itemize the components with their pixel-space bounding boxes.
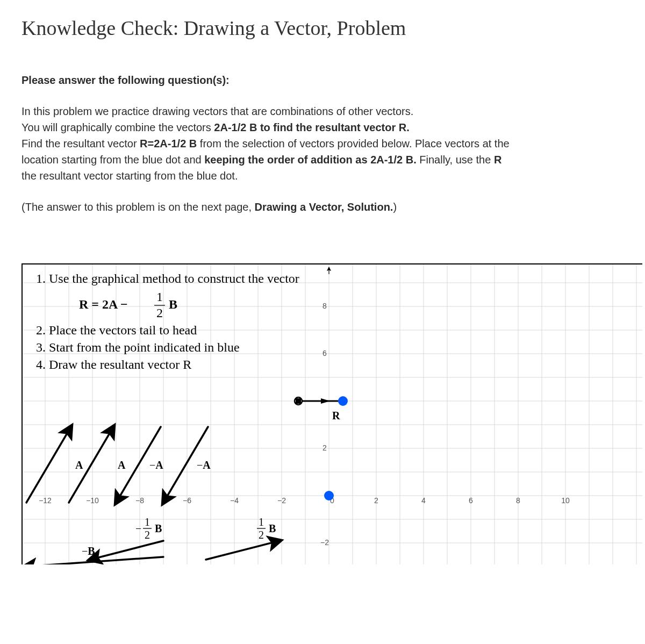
instructions: Please answer the following question(s):… [22, 72, 645, 215]
x-tick: 2 [374, 496, 378, 505]
x-tick: −8 [135, 496, 144, 505]
lead-text: Please answer the following question(s): [22, 72, 645, 88]
label-minus-half-b: − 1 2 B [135, 516, 162, 541]
x-tick: 4 [421, 496, 426, 505]
svg-text:B: B [155, 523, 162, 534]
svg-text:B: B [269, 523, 276, 534]
r-tool[interactable]: R [295, 396, 348, 421]
instr-line: You will graphically combine the vectors… [22, 119, 645, 135]
instr-line: Find the resultant vector R=2A-1/2 B fro… [22, 135, 645, 152]
vector-label: A [75, 459, 83, 471]
x-tick: 6 [469, 496, 473, 505]
step-3: 3. Start from the point indicated in blu… [36, 340, 240, 354]
svg-text:1: 1 [259, 516, 264, 528]
start-dot[interactable] [324, 491, 334, 500]
svg-text:2: 2 [156, 306, 163, 320]
vector-half-b[interactable] [206, 541, 280, 560]
x-tick: 8 [516, 496, 520, 505]
equation: R = 2A − 1 2 B [79, 290, 177, 320]
instr-followup: (The answer to this problem is on the ne… [22, 199, 645, 215]
svg-rect-45 [296, 398, 301, 404]
x-tick: −4 [230, 496, 239, 505]
vector-label: −A [197, 459, 211, 471]
vector-label: −A [149, 459, 163, 471]
x-tick: −10 [86, 496, 99, 505]
page-title: Knowledge Check: Drawing a Vector, Probl… [22, 16, 645, 40]
svg-text:R = 2A −: R = 2A − [79, 297, 128, 311]
svg-point-46 [338, 396, 348, 406]
x-tick: −6 [183, 496, 191, 505]
instr-line: location starting from the blue dot and … [22, 152, 645, 168]
x-tick: 10 [561, 496, 570, 505]
svg-text:2: 2 [145, 529, 150, 541]
step-2: 2. Place the vectors tail to head [36, 323, 197, 337]
svg-text:B: B [169, 297, 177, 311]
instr-line: In this problem we practice drawing vect… [22, 103, 645, 119]
vector-label: −B [82, 545, 95, 557]
step-4: 4. Draw the resultant vector R [36, 357, 191, 371]
vector-graph[interactable]: 1. Use the graphical method to construct… [22, 263, 642, 564]
vector-label: A [118, 459, 126, 471]
svg-text:1: 1 [145, 516, 150, 528]
r-label: R [332, 410, 340, 421]
y-tick: −2 [320, 538, 329, 547]
label-half-b: 1 2 B [257, 516, 276, 541]
step-1: 1. Use the graphical method to construct… [36, 271, 299, 285]
svg-text:2: 2 [259, 529, 264, 541]
svg-text:−: − [135, 523, 141, 534]
x-tick: −12 [39, 496, 52, 505]
instr-line: the resultant vector starting from the b… [22, 168, 645, 184]
y-tick: 2 [322, 443, 327, 452]
vector-a[interactable] [26, 427, 71, 503]
svg-text:1: 1 [156, 290, 163, 304]
y-tick: 8 [322, 302, 327, 310]
y-tick: 6 [322, 349, 327, 357]
x-tick: −2 [277, 496, 286, 505]
